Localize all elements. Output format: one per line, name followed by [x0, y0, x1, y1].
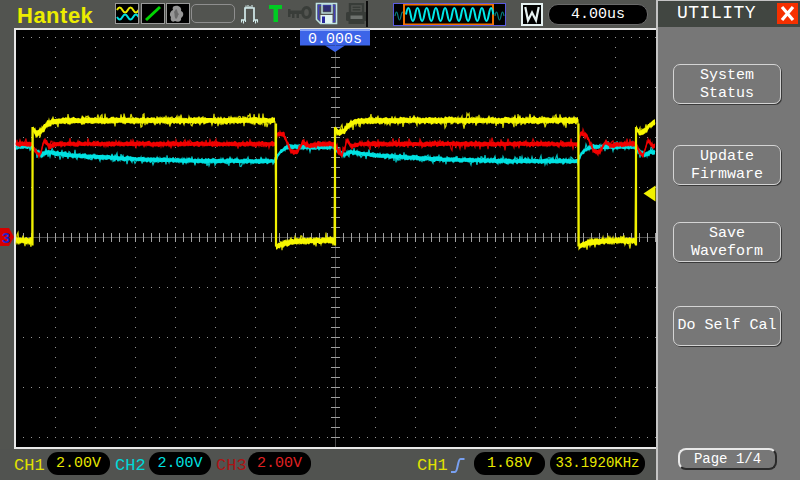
svg-text:3: 3 — [2, 229, 10, 246]
svg-text:0.000s: 0.000s — [308, 31, 362, 48]
